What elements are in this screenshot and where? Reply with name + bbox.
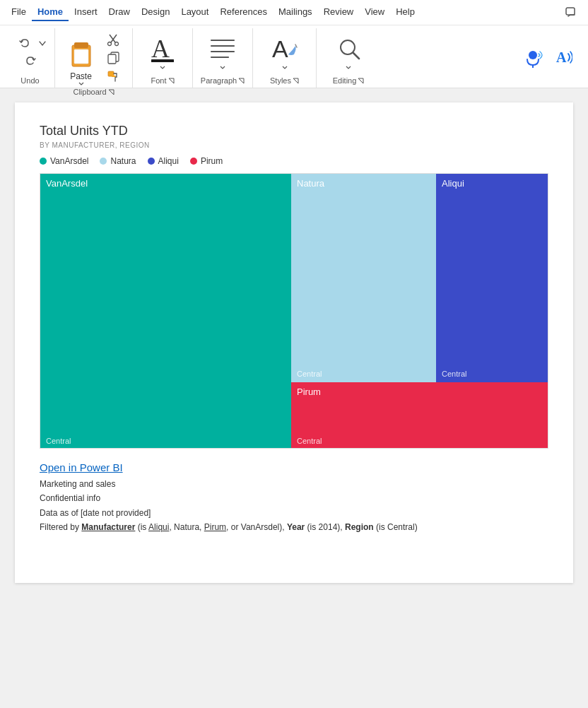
- powerbi-link[interactable]: Open in Power BI: [40, 461, 548, 473]
- treemap-cell-natura[interactable]: NaturaCentral: [291, 174, 436, 382]
- paste-button[interactable]: Paste: [64, 38, 99, 88]
- svg-rect-9: [108, 54, 116, 64]
- cell-sublabel-pirum: Central: [297, 437, 322, 445]
- styles-group-label: Styles: [270, 76, 299, 88]
- voice-area: A: [519, 28, 582, 88]
- legend-dot-natura: [100, 158, 107, 165]
- legend-dot-aliqui: [148, 158, 155, 165]
- doc-meta: Marketing and sales Confidential info Da…: [40, 477, 548, 535]
- toolbar-group-undo: Undo: [6, 28, 55, 88]
- cell-label-natura: Natura: [297, 178, 324, 189]
- toolbar-group-editing: Editing: [317, 28, 380, 88]
- chart-title: Total Units YTD: [40, 124, 548, 138]
- cell-label-aliqui: Aliqui: [442, 178, 464, 189]
- toolbar: Undo Paste: [0, 25, 588, 88]
- toolbar-group-clipboard: Paste: [55, 28, 133, 88]
- svg-point-18: [341, 40, 355, 54]
- cut-button[interactable]: [102, 31, 124, 48]
- clipboard-group-label: Clipboard: [73, 88, 114, 99]
- svg-rect-0: [566, 8, 575, 15]
- menu-review[interactable]: Review: [318, 4, 360, 21]
- treemap-cell-pirum[interactable]: PirumCentral: [291, 382, 548, 449]
- doc-page: Total Units YTD BY MANUFACTURER, REGION …: [15, 102, 573, 583]
- legend-vanarsdel: VanArsdel: [40, 156, 88, 166]
- read-aloud-button[interactable]: A: [550, 45, 577, 71]
- font-button[interactable]: A: [144, 33, 181, 72]
- menu-mailings[interactable]: Mailings: [273, 4, 318, 21]
- copy-button[interactable]: [102, 49, 124, 66]
- svg-point-20: [529, 51, 537, 59]
- meta-line-3: Data as of [date not provided]: [40, 506, 548, 520]
- legend-dot-vanarsdel: [40, 158, 47, 165]
- treemap-chart[interactable]: VanArsdelCentralNaturaCentralAliquiCentr…: [40, 173, 548, 449]
- cell-label-vanarsdel: VanArsdel: [46, 178, 88, 189]
- menu-view[interactable]: View: [359, 4, 390, 21]
- undo-dropdown-button[interactable]: [37, 39, 47, 49]
- svg-rect-10: [108, 71, 114, 76]
- paragraph-group-label: Paragraph: [201, 76, 245, 88]
- editing-button[interactable]: [329, 33, 368, 72]
- chart-legend: VanArsdel Natura Aliqui Pirum: [40, 156, 548, 166]
- cell-sublabel-natura: Central: [297, 370, 322, 378]
- meta-line-2: Confidential info: [40, 491, 548, 505]
- format-painter-button[interactable]: [102, 68, 124, 85]
- cell-sublabel-vanarsdel: Central: [46, 437, 71, 445]
- undo-button[interactable]: [13, 35, 36, 52]
- editing-group-label: Editing: [333, 76, 365, 88]
- undo-group-label: Undo: [20, 76, 39, 88]
- svg-text:A: A: [272, 35, 288, 62]
- menu-design[interactable]: Design: [136, 4, 175, 21]
- legend-dot-pirum: [190, 158, 197, 165]
- chart-subtitle: BY MANUFACTURER, REGION: [40, 141, 548, 149]
- svg-rect-12: [151, 59, 174, 62]
- toolbar-group-font: A Font: [133, 28, 193, 88]
- redo-button[interactable]: [19, 54, 42, 69]
- svg-rect-3: [74, 49, 88, 64]
- menu-home[interactable]: Home: [32, 4, 69, 21]
- menu-file[interactable]: File: [6, 4, 32, 21]
- ribbon-right: [560, 1, 582, 24]
- menu-bar: File Home Insert Draw Design Layout Refe…: [0, 0, 588, 25]
- paragraph-button[interactable]: [204, 33, 241, 72]
- menu-references[interactable]: References: [214, 4, 272, 21]
- svg-point-6: [107, 42, 111, 46]
- menu-help[interactable]: Help: [390, 4, 421, 21]
- svg-line-19: [353, 53, 359, 59]
- svg-text:A: A: [151, 35, 170, 63]
- meta-line-4: Filtered by Manufacturer (is Aliqui, Nat…: [40, 520, 548, 534]
- treemap-cell-vanarsdel[interactable]: VanArsdelCentral: [40, 174, 291, 449]
- legend-natura: Natura: [100, 156, 136, 166]
- menu-layout[interactable]: Layout: [175, 4, 214, 21]
- ribbon: File Home Insert Draw Design Layout Refe…: [0, 0, 588, 88]
- menu-insert[interactable]: Insert: [69, 4, 103, 21]
- svg-point-7: [114, 42, 118, 46]
- document-area: Total Units YTD BY MANUFACTURER, REGION …: [0, 88, 588, 597]
- styles-button[interactable]: A: [266, 33, 304, 72]
- comments-icon[interactable]: [560, 1, 582, 24]
- legend-aliqui: Aliqui: [148, 156, 179, 166]
- toolbar-group-paragraph: Paragraph: [193, 28, 253, 88]
- svg-text:A: A: [556, 49, 567, 65]
- font-group-label: Font: [151, 76, 174, 88]
- meta-line-1: Marketing and sales: [40, 477, 548, 491]
- toolbar-group-styles: A Styles: [253, 28, 317, 88]
- dictate-button[interactable]: [519, 45, 547, 71]
- svg-rect-2: [74, 42, 88, 48]
- treemap-cell-aliqui[interactable]: AliquiCentral: [436, 174, 548, 382]
- cell-sublabel-aliqui: Central: [442, 370, 466, 378]
- cell-label-pirum: Pirum: [297, 387, 321, 397]
- menu-draw[interactable]: Draw: [103, 4, 136, 21]
- legend-pirum: Pirum: [190, 156, 223, 166]
